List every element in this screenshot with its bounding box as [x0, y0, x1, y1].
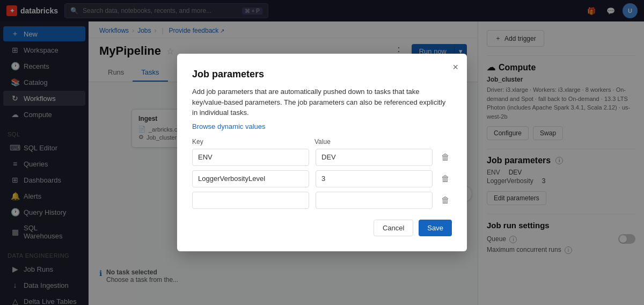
- modal-param-row-2: 🗑: [192, 192, 452, 209]
- modal-value-input-0[interactable]: [316, 149, 433, 166]
- modal-overlay: Job parameters × Add job parameters that…: [0, 0, 644, 305]
- delete-param-button-1[interactable]: 🗑: [439, 172, 452, 186]
- modal-param-row-0: 🗑: [192, 149, 452, 166]
- modal-value-input-1[interactable]: [316, 170, 433, 187]
- modal-value-input-2[interactable]: [316, 192, 433, 209]
- modal-footer: Cancel Save: [192, 220, 452, 236]
- modal-close-button[interactable]: ×: [452, 62, 458, 72]
- save-button[interactable]: Save: [419, 220, 452, 236]
- modal-key-input-2[interactable]: [192, 192, 309, 209]
- value-header: Value: [314, 138, 430, 146]
- browse-dynamic-values-link[interactable]: Browse dynamic values: [192, 122, 266, 130]
- modal-key-input-1[interactable]: [192, 170, 309, 187]
- delete-param-button-0[interactable]: 🗑: [439, 150, 452, 164]
- cancel-button[interactable]: Cancel: [374, 220, 413, 236]
- modal-param-row-1: 🗑: [192, 170, 452, 187]
- key-header: Key: [192, 138, 308, 146]
- modal-description: Add job parameters that are automaticall…: [192, 86, 452, 118]
- param-table-header: Key Value: [192, 138, 452, 146]
- modal-title: Job parameters: [192, 69, 452, 80]
- modal-key-input-0[interactable]: [192, 149, 309, 166]
- delete-param-button-2[interactable]: 🗑: [439, 193, 452, 207]
- job-parameters-modal: Job parameters × Add job parameters that…: [177, 54, 467, 251]
- param-table: Key Value 🗑 🗑 🗑: [192, 138, 452, 209]
